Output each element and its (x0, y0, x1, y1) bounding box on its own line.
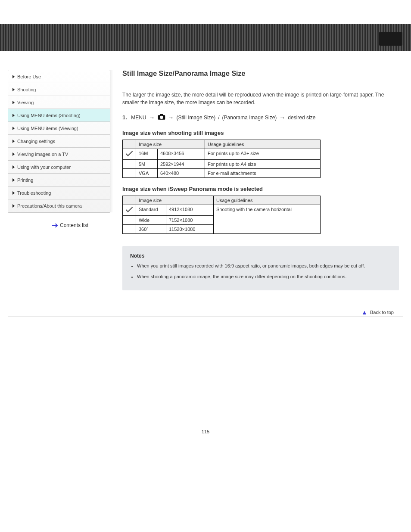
cell-dims: 4608×3456 (158, 149, 205, 160)
table-head-size: Image size (136, 196, 214, 205)
section-end-rule (122, 306, 399, 306)
intro-text: The larger the image size, the more deta… (122, 91, 399, 106)
chevron-right-icon (12, 178, 15, 182)
table-head-use: Usage guidelines (214, 196, 321, 205)
back-to-top-label: Back to top (370, 310, 394, 315)
chevron-right-icon (12, 140, 15, 143)
sidebar-item-label: Before Use (17, 74, 41, 79)
cell-size: 16M (136, 149, 158, 160)
chevron-right-icon (12, 127, 15, 130)
sidebar-item-precautions[interactable]: Precautions/About this camera (8, 199, 110, 212)
sub-heading-still: Image size when shooting still images (122, 130, 399, 136)
sidebar-item-label: Using MENU items (Shooting) (17, 113, 81, 118)
cell-size: 360° (136, 225, 166, 234)
cell-size: Wide (136, 216, 166, 225)
cell-dims: 7152×1080 (166, 216, 214, 225)
checkmark-icon (125, 208, 133, 214)
cell-dims: 4912×1080 (166, 205, 214, 216)
table-row: VGA 640×480 For e-mail attachments (123, 169, 321, 178)
chevron-right-icon (12, 75, 15, 78)
panorama-size-table: Image size Usage guidelines Standard 491… (122, 196, 321, 234)
sidebar-item-computer[interactable]: Using with your computer (8, 161, 110, 174)
table-row: 5M 2592×1944 For prints up to A4 size (123, 160, 321, 169)
sidebar-nav: Before Use Shooting Viewing Using MENU i… (8, 70, 110, 213)
cell-size: 5M (136, 160, 158, 169)
chevron-right-icon (12, 114, 15, 117)
check-cell (123, 169, 136, 178)
contents-list-link[interactable]: ➔ Contents list (52, 221, 110, 230)
sidebar-item-label: Changing settings (17, 139, 55, 144)
check-cell (123, 205, 136, 216)
check-cell (123, 160, 136, 169)
notes-box: Notes When you print still images record… (122, 246, 399, 290)
step-still-label: (Still Image Size) (177, 115, 216, 121)
cell-use: For prints up to A4 size (205, 160, 321, 169)
notes-title: Notes (130, 253, 391, 259)
step-desired-size: desired size (288, 115, 315, 121)
step-list: 1. MENU → → (Still Image Size) / (Panora… (122, 113, 399, 122)
sidebar-item-viewing[interactable]: Viewing (8, 96, 110, 109)
cell-use: For prints up to A3+ size (205, 149, 321, 160)
sidebar-item-menu-shooting[interactable]: Using MENU items (Shooting) (8, 109, 110, 122)
sidebar-item-label: Precautions/About this camera (17, 203, 82, 208)
cell-use-merged: Shooting with the camera horizontal (214, 205, 321, 234)
table-head-use: Usage guidelines (205, 140, 321, 149)
sidebar-item-shooting[interactable]: Shooting (8, 83, 110, 96)
chevron-right-icon (12, 191, 15, 195)
sidebar-item-tv[interactable]: Viewing images on a TV (8, 148, 110, 161)
table-row: 16M 4608×3456 For prints up to A3+ size (123, 149, 321, 160)
sidebar-item-troubleshooting[interactable]: Troubleshooting (8, 187, 110, 199)
check-cell (123, 225, 136, 234)
camera-icon (158, 113, 165, 122)
check-cell (123, 216, 136, 225)
sidebar-item-label: Using with your computer (17, 165, 71, 170)
title-rule (122, 82, 399, 82)
cell-use: For e-mail attachments (205, 169, 321, 178)
arrow-right-icon: ➔ (52, 221, 58, 230)
step-number: 1. (122, 114, 127, 121)
page-title: Still Image Size/Panorama Image Size (122, 70, 399, 78)
chevron-right-icon (12, 152, 15, 156)
chevron-right-icon (12, 165, 15, 169)
step-menu-label: MENU (131, 115, 146, 121)
note-item: When you print still images recorded wit… (137, 262, 391, 270)
note-item: When shooting a panoramic image, the ima… (137, 273, 391, 280)
table-head-check (123, 140, 136, 149)
sidebar-item-printing[interactable]: Printing (8, 174, 110, 187)
cell-dims: 2592×1944 (158, 160, 205, 169)
chevron-right-icon (12, 88, 15, 91)
table-head-size: Image size (136, 140, 205, 149)
chevron-right-icon (12, 101, 15, 104)
chevron-right-icon (12, 204, 15, 208)
arrow-up-icon: ▲ (361, 309, 367, 316)
arrow-right-icon: → (279, 114, 285, 121)
footer-rule (8, 317, 403, 317)
sidebar-item-label: Viewing (17, 100, 34, 105)
cell-size: Standard (136, 205, 166, 216)
cell-dims: 640×480 (158, 169, 205, 178)
sidebar-item-label: Viewing images on a TV (17, 152, 68, 157)
contents-list-label: Contents list (60, 222, 88, 228)
sidebar-item-label: Using MENU items (Viewing) (17, 126, 78, 131)
sidebar-item-label: Shooting (17, 87, 36, 92)
sub-heading-panorama: Image size when iSweep Panorama mode is … (122, 186, 399, 192)
cell-size: VGA (136, 169, 158, 178)
back-to-top-link[interactable]: ▲ Back to top (0, 309, 411, 316)
print-button[interactable] (379, 32, 402, 46)
cell-dims: 11520×1080 (166, 225, 214, 234)
still-size-table: Image size Usage guidelines 16M 4608×345… (122, 140, 321, 178)
sidebar-item-label: Printing (17, 177, 33, 183)
check-cell (123, 149, 136, 160)
sidebar-item-settings[interactable]: Changing settings (8, 135, 110, 148)
sidebar-item-menu-viewing[interactable]: Using MENU items (Viewing) (8, 122, 110, 135)
main-content: Still Image Size/Panorama Image Size The… (110, 70, 411, 306)
sidebar-item-label: Troubleshooting (17, 190, 51, 196)
sidebar-item-before-use[interactable]: Before Use (8, 70, 110, 83)
arrow-right-icon: → (149, 114, 155, 121)
table-row: Standard 4912×1080 Shooting with the cam… (123, 205, 321, 216)
step-1: 1. MENU → → (Still Image Size) / (Panora… (122, 113, 399, 122)
page-number: 115 (0, 429, 411, 434)
arrow-right-icon: → (168, 114, 174, 121)
table-head-check (123, 196, 136, 205)
header-bar (0, 24, 411, 51)
